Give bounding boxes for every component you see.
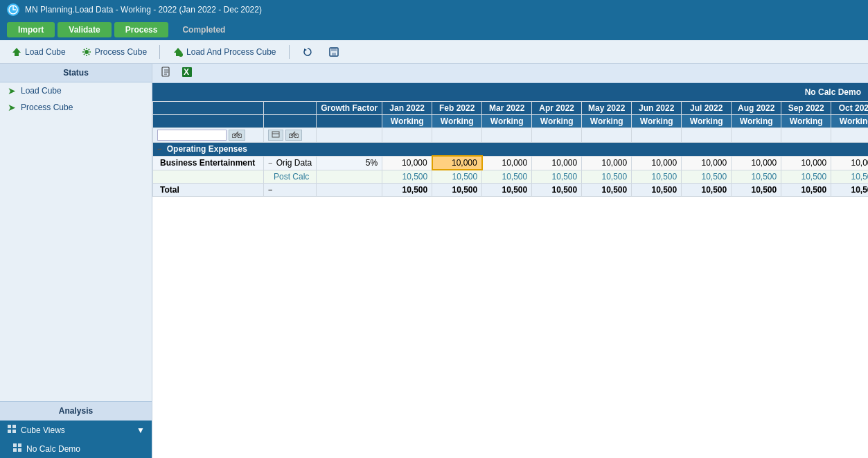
header-mar-2022: Mar 2022 [482,102,532,115]
operating-expenses-header: − Operating Expenses [153,143,869,157]
filter-apr-cell [532,128,582,143]
orig-data-type-cell: − Orig Data [264,156,317,170]
load-and-process-button[interactable]: Load And Process Cube [167,44,281,60]
filter-bike-btn-1[interactable] [229,130,245,141]
header-growth-factor: Growth Factor [317,102,382,115]
cube-views-item[interactable]: Cube Views ▼ [0,421,152,439]
doc-icon-button[interactable] [158,65,175,81]
header-apr-2022: Apr 2022 [532,102,582,115]
header-row-working: Working Working Working Working Working … [153,115,869,128]
title-bar: MN Planning.Load Data - Working - 2022 (… [0,0,868,19]
sidebar-item-process-cube[interactable]: ➤ Process Cube [0,99,152,116]
cube-views-grid-icon [7,424,17,436]
filter-expand-btn[interactable] [268,130,283,141]
orig-oct[interactable]: 10,000 [831,156,868,170]
content-header: X [152,64,868,83]
load-process-icon [172,46,184,58]
load-cube-arrow-icon: ➤ [7,86,17,96]
svg-point-4 [179,53,183,57]
toolbar: Load Cube Process Cube Load And Process … [0,40,868,64]
post-calc-oct: 10,500 [831,170,868,184]
account-name-cell: Business Entertainment [153,156,264,170]
post-calc-row: Post Calc 10,500 10,500 10,500 10,500 10… [153,170,869,184]
filter-bike-btn-2[interactable] [285,130,302,141]
collapse-total-btn[interactable]: − [268,186,272,194]
analysis-header: Analysis [0,401,152,421]
window-title: MN Planning.Load Data - Working - 2022 (… [25,5,262,15]
filter-oct-cell [831,128,868,143]
svg-rect-9 [8,425,11,428]
header-blank-gf [317,115,382,128]
grid-container[interactable]: Growth Factor Jan 2022 Feb 2022 Mar 2022… [152,101,868,458]
total-may: 10,500 [582,184,632,197]
orig-feb[interactable]: 10,000 [432,156,482,170]
filter-jan-cell [382,128,432,143]
refresh-icon [302,46,313,58]
filter-label-cell [153,128,264,143]
filter-gf-cell [317,128,382,143]
header-working-jun: Working [632,115,682,128]
header-working-mar: Working [482,115,532,128]
svg-rect-22 [272,132,279,137]
total-sep: 10,500 [781,184,831,197]
orig-aug[interactable]: 10,000 [732,156,781,170]
main-layout: Status ➤ Load Cube ➤ Process Cube Analys… [0,64,868,458]
filter-mar-cell [482,128,532,143]
refresh-button[interactable] [296,44,319,60]
status-header: Status [0,64,152,82]
header-blank-2 [264,115,317,128]
filter-row [153,128,869,143]
group-header-row: − Operating Expenses [153,143,869,157]
filter-jun-cell [632,128,682,143]
header-sep-2022: Sep 2022 [781,102,831,115]
wizard-step-import[interactable]: Import [7,22,55,37]
upload-icon [11,46,22,58]
total-apr: 10,500 [532,184,582,197]
svg-rect-13 [13,443,17,447]
save-button[interactable] [323,44,345,60]
sidebar-item-load-cube[interactable]: ➤ Load Cube [0,82,152,99]
separator-1 [159,45,160,59]
excel-icon-button[interactable]: X [179,65,195,81]
orig-sep[interactable]: 10,000 [781,156,831,170]
load-cube-button[interactable]: Load Cube [6,44,71,60]
header-working-sep: Working [781,115,831,128]
orig-may[interactable]: 10,000 [582,156,632,170]
svg-marker-1 [12,48,21,56]
svg-rect-10 [12,425,16,428]
header-label-col [153,102,264,115]
post-calc-mar: 10,500 [482,170,532,184]
total-jan: 10,500 [382,184,432,197]
header-type-col [264,102,317,115]
total-label-cell: Total [153,184,264,197]
process-cube-arrow-icon: ➤ [7,103,17,112]
svg-rect-11 [8,430,11,433]
post-calc-apr: 10,500 [532,170,582,184]
total-jul: 10,500 [682,184,732,197]
gear-icon [81,46,92,58]
total-mar: 10,500 [482,184,532,197]
filter-input[interactable] [157,130,227,141]
orig-jun[interactable]: 10,000 [632,156,682,170]
header-feb-2022: Feb 2022 [432,102,482,115]
post-calc-feb: 10,500 [432,170,482,184]
no-calc-demo-item[interactable]: No Calc Demo [0,439,152,458]
header-aug-2022: Aug 2022 [732,102,781,115]
total-collapse-cell: − [264,184,317,197]
wizard-step-validate[interactable]: Validate [57,22,111,37]
orig-jul[interactable]: 10,000 [682,156,732,170]
content-area: X No Calc Demo Growth Factor J [152,64,868,458]
orig-apr[interactable]: 10,000 [532,156,582,170]
process-cube-button[interactable]: Process Cube [76,44,152,60]
collapse-group-btn[interactable]: − [157,145,161,153]
svg-text:X: X [184,67,189,77]
orig-data-row: Business Entertainment − Orig Data 5% 10… [153,156,869,170]
header-working-may: Working [582,115,632,128]
svg-rect-8 [332,53,336,55]
header-oct-2022: Oct 2022 [831,102,868,115]
collapse-account-btn[interactable]: − [268,159,272,167]
wizard-step-process[interactable]: Process [114,22,169,37]
total-gf-empty [317,184,382,197]
orig-jan[interactable]: 10,000 [382,156,432,170]
orig-mar[interactable]: 10,000 [482,156,532,170]
